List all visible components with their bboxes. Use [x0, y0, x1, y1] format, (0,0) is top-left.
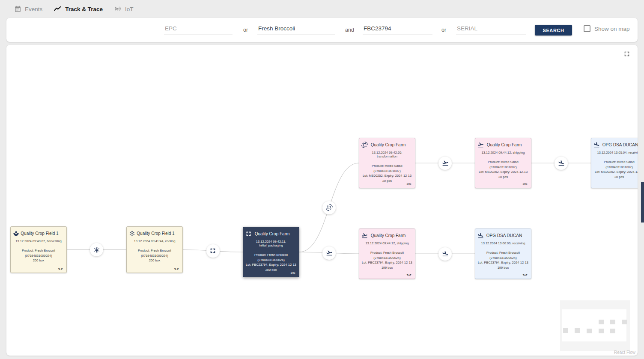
node-header: Quality Crop Farm — [361, 232, 413, 239]
code-icon[interactable]: <> — [522, 182, 528, 186]
minimap-node — [599, 320, 604, 324]
search-button[interactable]: SEARCH — [535, 25, 572, 36]
tab-iot[interactable]: IoT — [114, 5, 134, 13]
flow-node-7[interactable]: Quality Crop Farm13.12.2024 09:44:12, sh… — [359, 228, 415, 279]
node-title: Quality Crop Field 1 — [19, 231, 64, 236]
tab-label: IoT — [125, 6, 134, 12]
show-on-map-checkbox[interactable] — [584, 25, 590, 32]
edge-flight-takeoff-icon — [438, 157, 452, 170]
tabbar: Events Track & Trace IoT — [0, 0, 644, 18]
epc-input[interactable] — [164, 24, 233, 35]
react-flow-attribution: React Flow — [614, 350, 635, 355]
code-icon[interactable]: <> — [406, 273, 412, 277]
node-header: Quality Crop Farm — [477, 142, 529, 148]
node-timestamp: 13.12.2024 09:42:55, transformation — [361, 151, 413, 158]
flow-node-5[interactable]: Quality Crop Farm13.12.2024 09:44:12, sh… — [475, 138, 531, 188]
node-timestamp: 13.12.2024 09:42:11, initial_packaging — [245, 240, 297, 247]
flow-node-8[interactable]: OPG DSA DUCAN13.12.2024 13:00:00, receiv… — [475, 228, 531, 279]
node-title: Quality Crop Farm — [484, 142, 529, 147]
flow-node-4[interactable]: Quality Crop Farm13.12.2024 09:42:55, tr… — [359, 138, 415, 188]
scrollbar-thumb[interactable] — [641, 182, 644, 223]
minimap-node — [599, 329, 604, 333]
node-details: Product: Mixed Salad(07684831001007)Lot:… — [593, 160, 638, 180]
flight-landing-icon — [477, 232, 484, 239]
node-timestamp: 13.12.2024 09:40:07, harvesting — [13, 239, 64, 243]
flow-canvas[interactable]: Quality Crop Field 113.12.2024 09:40:07,… — [6, 45, 638, 356]
connector-or: or — [243, 27, 248, 33]
product-name-input[interactable] — [257, 24, 335, 35]
edge-flight-landing-icon — [555, 157, 568, 170]
tab-label: Track & Trace — [65, 6, 103, 12]
node-header: OPG DSA DUCAN — [593, 142, 638, 148]
search-panel: or and or SEARCH Show on map — [6, 18, 638, 42]
node-timestamp: 13.12.2024 13:00:00, receiving — [477, 241, 529, 245]
harvest-icon — [13, 230, 19, 237]
node-title: OPG DSA DUCAN — [484, 233, 529, 238]
code-icon[interactable]: <> — [290, 271, 296, 275]
edge-transformation-icon — [322, 201, 336, 214]
node-title: Quality Crop Farm — [368, 233, 413, 238]
minimap[interactable] — [560, 300, 630, 351]
node-details: Product: Fresh Broccoli(07684831000024)2… — [129, 248, 180, 263]
show-on-map-label: Show on map — [594, 26, 630, 32]
iot-icon — [114, 5, 122, 13]
minimap-node — [610, 320, 615, 324]
connector-and: and — [345, 27, 354, 33]
flow-node-1[interactable]: Quality Crop Field 113.12.2024 09:40:07,… — [10, 226, 67, 273]
minimap-node — [587, 329, 592, 333]
minimap-viewport — [562, 309, 626, 341]
edge-snowflake-icon — [90, 243, 103, 256]
node-title: Quality Crop Farm — [368, 142, 413, 147]
node-details: Product: Fresh Broccoli(07684831000024)L… — [361, 250, 413, 270]
node-header: Quality Crop Farm — [245, 231, 297, 237]
node-header: Quality Crop Farm — [361, 142, 413, 148]
minimap-node — [622, 320, 627, 324]
node-details: Product: Fresh Broccoli(07684831000024)2… — [13, 248, 64, 263]
flight-takeoff-icon — [361, 232, 368, 239]
node-details: Product: Fresh Broccoli(07684831000024)L… — [245, 252, 297, 273]
node-details: Product: Fresh Broccoli(07684831000024)L… — [477, 250, 529, 270]
show-on-map-toggle[interactable]: Show on map — [584, 25, 630, 32]
lot-number-input[interactable] — [363, 24, 432, 35]
flow-node-2[interactable]: Quality Crop Field 113.12.2024 09:41:44,… — [126, 226, 183, 273]
flow-edges — [6, 45, 638, 356]
node-title: Quality Crop Field 1 — [135, 231, 180, 236]
node-details: Product: Mixed Salad(07684831001007)Lot:… — [477, 160, 529, 180]
fullscreen-icon[interactable] — [623, 50, 631, 58]
minimap-node — [575, 328, 580, 333]
flow-node-6[interactable]: OPG DSA DUCAN13.12.2024 13:05:04, receiv… — [591, 138, 638, 188]
edge-flight-landing-icon — [438, 247, 452, 261]
node-timestamp: 13.12.2024 09:44:12, shipping — [477, 151, 529, 154]
tab-events[interactable]: Events — [14, 6, 42, 13]
minimap-node — [563, 328, 568, 333]
minimap-node — [610, 329, 615, 333]
code-icon[interactable]: <> — [58, 267, 63, 271]
connector-or: or — [441, 27, 446, 33]
node-title: Quality Crop Farm — [252, 231, 297, 236]
code-icon[interactable]: <> — [174, 267, 179, 271]
snowflake-icon — [129, 230, 135, 237]
edge-flight-takeoff-icon — [322, 246, 336, 260]
flight-takeoff-icon — [477, 142, 484, 148]
flight-landing-icon — [593, 142, 600, 148]
node-header: Quality Crop Field 1 — [13, 230, 64, 237]
packaging-icon — [245, 231, 252, 237]
tab-label: Events — [25, 6, 42, 12]
code-icon[interactable]: <> — [406, 182, 412, 186]
track-trace-icon — [54, 5, 62, 13]
transformation-icon — [361, 142, 368, 148]
flow-node-3[interactable]: Quality Crop Farm13.12.2024 09:42:11, in… — [243, 227, 299, 277]
node-header: OPG DSA DUCAN — [477, 232, 529, 239]
node-details: Product: Mixed Salad(07684831001007)Lot:… — [361, 163, 413, 184]
tab-track-and-trace[interactable]: Track & Trace — [54, 5, 103, 13]
node-timestamp: 13.12.2024 09:44:12, shipping — [361, 241, 413, 245]
node-header: Quality Crop Field 1 — [129, 230, 180, 237]
serial-input[interactable] — [456, 24, 526, 35]
events-icon — [14, 6, 21, 13]
node-title: OPG DSA DUCAN — [600, 142, 638, 147]
code-icon[interactable]: <> — [522, 273, 528, 277]
node-timestamp: 13.12.2024 13:05:04, receiving — [593, 151, 638, 154]
node-timestamp: 13.12.2024 09:41:44, cooling — [129, 239, 180, 243]
edge-packaging-icon — [206, 244, 220, 258]
